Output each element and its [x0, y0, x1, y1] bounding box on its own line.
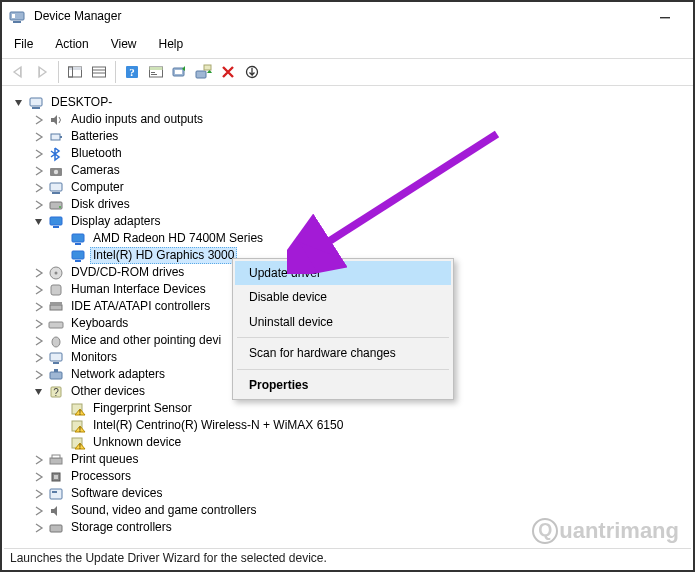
- other-devices-icon: ?: [48, 384, 64, 400]
- mouse-icon: [48, 333, 64, 349]
- svg-rect-30: [52, 192, 60, 194]
- chevron-right-icon[interactable]: [32, 147, 46, 161]
- title-bar: Device Manager: [2, 2, 693, 32]
- context-separator: [237, 337, 449, 338]
- menu-action[interactable]: Action: [51, 35, 92, 53]
- svg-point-32: [59, 206, 61, 208]
- minimize-button[interactable]: [643, 3, 687, 31]
- chevron-right-icon[interactable]: [32, 130, 46, 144]
- svg-rect-42: [50, 305, 62, 310]
- status-bar: Launches the Update Driver Wizard for th…: [4, 548, 691, 568]
- chevron-right-icon[interactable]: [32, 317, 46, 331]
- chevron-right-icon[interactable]: [32, 283, 46, 297]
- menu-bar: File Action View Help: [2, 32, 693, 58]
- chevron-right-icon[interactable]: [32, 266, 46, 280]
- tree-node-storage[interactable]: Storage controllers: [10, 519, 691, 536]
- chevron-right-icon[interactable]: [32, 487, 46, 501]
- context-update-driver[interactable]: Update driver: [235, 261, 451, 285]
- spacer: [54, 419, 68, 433]
- menu-help[interactable]: Help: [155, 35, 188, 53]
- context-menu: Update driver Disable device Uninstall d…: [232, 258, 454, 400]
- tree-root[interactable]: DESKTOP-: [10, 94, 691, 111]
- tree-leaf-amd[interactable]: AMD Radeon HD 7400M Series: [10, 230, 691, 247]
- menu-file[interactable]: File: [10, 35, 37, 53]
- status-text: Launches the Update Driver Wizard for th…: [10, 551, 327, 565]
- chevron-right-icon[interactable]: [32, 504, 46, 518]
- tree-node-batteries[interactable]: Batteries: [10, 128, 691, 145]
- svg-rect-17: [151, 74, 157, 75]
- svg-rect-29: [50, 183, 62, 191]
- update-driver-button[interactable]: [168, 60, 192, 84]
- context-disable-device[interactable]: Disable device: [235, 285, 451, 309]
- svg-text:!: !: [79, 442, 81, 449]
- svg-rect-47: [53, 362, 59, 364]
- svg-rect-1: [12, 14, 15, 18]
- properties-button[interactable]: [144, 60, 168, 84]
- menu-view[interactable]: View: [107, 35, 141, 53]
- tree-leaf-unknown[interactable]: ! Unknown device: [10, 434, 691, 451]
- context-properties[interactable]: Properties: [235, 373, 451, 397]
- hid-icon: [48, 282, 64, 298]
- svg-rect-43: [50, 302, 62, 305]
- chevron-right-icon[interactable]: [32, 334, 46, 348]
- chevron-right-icon[interactable]: [32, 368, 46, 382]
- svg-rect-33: [50, 217, 62, 225]
- chevron-right-icon[interactable]: [32, 351, 46, 365]
- tree-label: Storage controllers: [68, 519, 175, 535]
- tree-label: Monitors: [68, 349, 120, 365]
- warning-device-icon: !: [70, 435, 86, 451]
- computer-icon: [28, 95, 44, 111]
- tree-node-disk[interactable]: Disk drives: [10, 196, 691, 213]
- svg-rect-41: [51, 285, 61, 295]
- tree-node-cameras[interactable]: Cameras: [10, 162, 691, 179]
- tree-node-svg[interactable]: Sound, video and game controllers: [10, 502, 691, 519]
- chevron-down-icon[interactable]: [32, 215, 46, 229]
- chevron-right-icon[interactable]: [32, 453, 46, 467]
- chevron-right-icon[interactable]: [32, 164, 46, 178]
- tree-node-proc[interactable]: Processors: [10, 468, 691, 485]
- uninstall-button[interactable]: [216, 60, 240, 84]
- view-panel-button[interactable]: [63, 60, 87, 84]
- chevron-right-icon[interactable]: [32, 470, 46, 484]
- tree-node-audio[interactable]: Audio inputs and outputs: [10, 111, 691, 128]
- tree-node-printq[interactable]: Print queues: [10, 451, 691, 468]
- tree-label: Mice and other pointing devi: [68, 332, 224, 348]
- disable-button[interactable]: [240, 60, 264, 84]
- tree-leaf-wifi[interactable]: ! Intel(R) Centrino(R) Wireless-N + WiMA…: [10, 417, 691, 434]
- spacer: [54, 402, 68, 416]
- chevron-right-icon[interactable]: [32, 198, 46, 212]
- warning-device-icon: !: [70, 401, 86, 417]
- svg-rect-62: [50, 489, 62, 499]
- chevron-down-icon[interactable]: [32, 385, 46, 399]
- tree-node-display[interactable]: Display adapters: [10, 213, 691, 230]
- warning-device-icon: !: [70, 418, 86, 434]
- tree-label: Display adapters: [68, 213, 163, 229]
- context-uninstall-device[interactable]: Uninstall device: [235, 310, 451, 334]
- chevron-right-icon[interactable]: [32, 300, 46, 314]
- svg-point-45: [52, 337, 60, 347]
- tree-node-bluetooth[interactable]: Bluetooth: [10, 145, 691, 162]
- view-details-button[interactable]: [87, 60, 111, 84]
- help-button[interactable]: ?: [120, 60, 144, 84]
- tree-node-computer[interactable]: Computer: [10, 179, 691, 196]
- tree-label: Intel(R) Centrino(R) Wireless-N + WiMAX …: [90, 417, 346, 433]
- display-adapter-icon: [48, 214, 64, 230]
- svg-rect-5: [39, 67, 40, 77]
- back-button[interactable]: [6, 60, 30, 84]
- tree-node-softdev[interactable]: Software devices: [10, 485, 691, 502]
- tree-leaf-fingerprint[interactable]: ! Fingerprint Sensor: [10, 400, 691, 417]
- display-adapter-icon: [70, 231, 86, 247]
- svg-rect-34: [53, 226, 59, 228]
- chevron-right-icon[interactable]: [32, 113, 46, 127]
- context-scan-hardware[interactable]: Scan for hardware changes: [235, 341, 451, 365]
- svg-rect-35: [72, 234, 84, 242]
- forward-button[interactable]: [30, 60, 54, 84]
- svg-text:!: !: [79, 425, 81, 432]
- chevron-right-icon[interactable]: [32, 181, 46, 195]
- chevron-right-icon[interactable]: [32, 521, 46, 535]
- chevron-down-icon[interactable]: [12, 96, 26, 110]
- scan-hardware-button[interactable]: [192, 60, 216, 84]
- spacer: [54, 232, 68, 246]
- tree-label: IDE ATA/ATAPI controllers: [68, 298, 213, 314]
- tree-label: Audio inputs and outputs: [68, 111, 206, 127]
